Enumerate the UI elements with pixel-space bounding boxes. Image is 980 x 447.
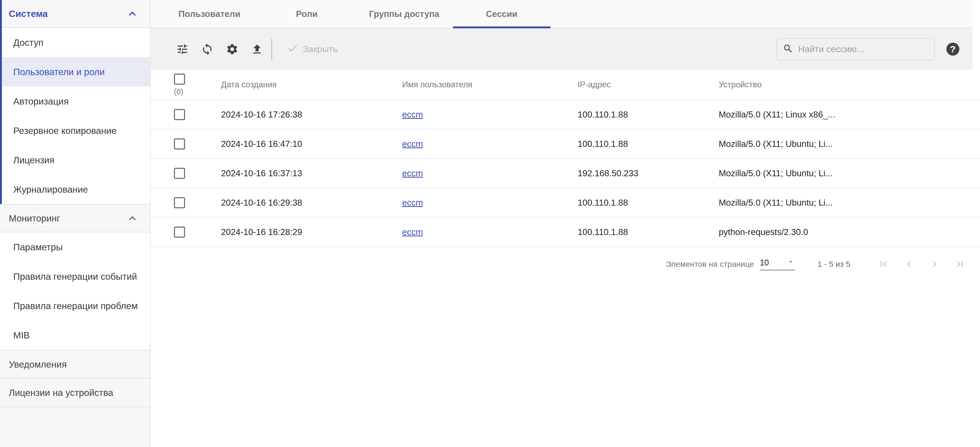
help-button[interactable]: ? <box>947 43 959 56</box>
column-header-device[interactable]: Устройство <box>719 80 980 89</box>
row-checkbox[interactable] <box>174 138 185 150</box>
section-label: Система <box>9 8 48 19</box>
sidebar-item-label: Авторизация <box>13 96 68 107</box>
cell-device: python-requests/2.30.0 <box>719 227 980 237</box>
row-checkbox[interactable] <box>174 197 185 208</box>
upload-button[interactable] <box>251 43 263 56</box>
sidebar-item-authorization[interactable]: Авторизация <box>2 86 150 116</box>
row-checkbox[interactable] <box>174 227 185 238</box>
tab-roles[interactable]: Роли <box>258 0 356 28</box>
row-checkbox[interactable] <box>174 109 185 120</box>
sidebar-item-label: Доступ <box>13 37 43 48</box>
user-link[interactable]: eccm <box>402 168 423 178</box>
cell-device: Mozilla/5.0 (X11; Ubuntu; Li... <box>719 139 980 149</box>
sidebar-section-header-notifications[interactable]: Уведомления <box>0 350 150 378</box>
items-per-page-label: Элементов на странице <box>666 259 754 269</box>
column-header-username[interactable]: Имя пользователя <box>402 80 578 89</box>
cell-username: eccm <box>402 227 578 237</box>
tab-label: Группы доступа <box>369 9 439 19</box>
cell-device: Mozilla/5.0 (X11; Ubuntu; Li... <box>719 168 980 178</box>
last-page-icon <box>954 258 966 270</box>
refresh-button[interactable] <box>201 43 214 56</box>
chevron-left-icon <box>903 258 915 270</box>
sidebar-item-label: Параметры <box>13 242 63 253</box>
table-row: 2024-10-16 17:26:38 eccm 100.110.1.88 Mo… <box>151 100 980 129</box>
cell-ip: 100.110.1.88 <box>578 139 719 149</box>
sidebar: Система Доступ Пользователи и роли Автор… <box>0 0 151 447</box>
row-checkbox[interactable] <box>174 168 185 179</box>
sidebar-item-users-roles[interactable]: Пользователи и роли <box>2 57 150 86</box>
cell-device: Mozilla/5.0 (X11; Linux x86_... <box>719 110 980 119</box>
cell-date: 2024-10-16 17:26:38 <box>221 110 402 119</box>
table-header: (0) Дата создания Имя пользователя IP-ад… <box>151 70 980 100</box>
sidebar-section-header-monitoring[interactable]: Мониторинг <box>0 205 150 232</box>
row-select-cell <box>174 197 221 208</box>
close-session-button[interactable]: Закрыть <box>287 42 337 56</box>
sidebar-item-license[interactable]: Лицензия <box>2 145 150 175</box>
sidebar-item-label: Журналирование <box>13 184 88 195</box>
last-page-button[interactable] <box>954 258 966 270</box>
user-link[interactable]: eccm <box>402 139 423 149</box>
table-row: 2024-10-16 16:37:13 eccm 192.168.50.233 … <box>151 159 980 188</box>
help-icon: ? <box>950 44 956 54</box>
session-search-box[interactable] <box>776 38 935 60</box>
sidebar-item-label: MIB <box>13 330 30 340</box>
caret-down-icon <box>787 258 795 267</box>
sidebar-item-access[interactable]: Доступ <box>2 28 150 57</box>
cell-device: Mozilla/5.0 (X11; Ubuntu; Li... <box>719 198 980 208</box>
tab-sessions[interactable]: Сессии <box>453 0 550 28</box>
cell-date: 2024-10-16 16:28:29 <box>221 227 402 237</box>
pagination-bar: Элементов на странице 10 1 - 5 из 5 <box>151 247 980 282</box>
cell-ip: 100.110.1.88 <box>578 110 719 119</box>
table-row: 2024-10-16 16:47:10 eccm 100.110.1.88 Mo… <box>151 129 980 159</box>
cell-username: eccm <box>402 110 578 119</box>
user-link[interactable]: eccm <box>402 227 423 237</box>
sidebar-item-parameters[interactable]: Параметры <box>0 232 150 262</box>
toolbar-right: ? <box>776 38 973 60</box>
items-per-page-value: 10 <box>760 258 769 267</box>
table-row: 2024-10-16 16:29:38 eccm 100.110.1.88 Mo… <box>151 188 980 218</box>
first-page-button[interactable] <box>878 258 889 270</box>
user-link[interactable]: eccm <box>402 198 423 207</box>
search-input[interactable] <box>798 44 928 54</box>
sidebar-section-header-device-licenses[interactable]: Лицензии на устройства <box>0 379 150 407</box>
sidebar-item-mib[interactable]: MIB <box>0 320 150 350</box>
select-all-checkbox[interactable] <box>174 73 185 85</box>
user-link[interactable]: eccm <box>402 110 423 119</box>
chevron-right-icon <box>929 258 940 270</box>
page-range-label: 1 - 5 из 5 <box>818 259 850 269</box>
sidebar-section-monitoring: Мониторинг Параметры Правила генерации с… <box>0 204 150 350</box>
tab-access-groups[interactable]: Группы доступа <box>356 0 453 28</box>
previous-page-button[interactable] <box>903 258 915 270</box>
sidebar-section-device-licenses: Лицензии на устройства <box>0 378 150 407</box>
toolbar: Закрыть ? <box>151 28 973 70</box>
row-select-cell <box>174 227 221 238</box>
main-filler <box>151 282 980 447</box>
next-page-button[interactable] <box>929 258 940 270</box>
sidebar-item-problem-rules[interactable]: Правила генерации проблем <box>0 291 150 320</box>
sidebar-item-logging[interactable]: Журналирование <box>2 175 150 204</box>
sidebar-item-event-rules[interactable]: Правила генерации событий <box>0 262 150 291</box>
tune-icon <box>176 43 189 56</box>
filter-columns-button[interactable] <box>176 43 189 56</box>
column-header-date[interactable]: Дата создания <box>221 80 402 89</box>
cell-ip: 100.110.1.88 <box>578 198 719 208</box>
items-per-page-select[interactable]: 10 <box>760 258 795 270</box>
toolbar-divider <box>271 39 272 60</box>
cell-date: 2024-10-16 16:29:38 <box>221 198 402 208</box>
tab-users[interactable]: Пользователи <box>161 0 258 28</box>
cell-username: eccm <box>402 139 578 149</box>
main-content: Пользователи Роли Группы доступа Сессии <box>151 0 980 447</box>
first-page-icon <box>878 258 889 270</box>
sidebar-item-label: Правила генерации проблем <box>13 301 138 311</box>
sidebar-section-header-system[interactable]: Система <box>2 0 150 28</box>
sidebar-item-label: Правила генерации событий <box>13 271 137 282</box>
sidebar-item-backup[interactable]: Резервное копирование <box>2 116 150 145</box>
settings-button[interactable] <box>226 43 239 56</box>
search-icon <box>783 43 793 55</box>
cell-ip: 100.110.1.88 <box>578 227 719 237</box>
column-header-ip[interactable]: IP-адрес <box>578 80 719 89</box>
close-button-label: Закрыть <box>303 44 337 54</box>
row-select-cell <box>174 109 221 120</box>
row-select-cell <box>174 138 221 150</box>
